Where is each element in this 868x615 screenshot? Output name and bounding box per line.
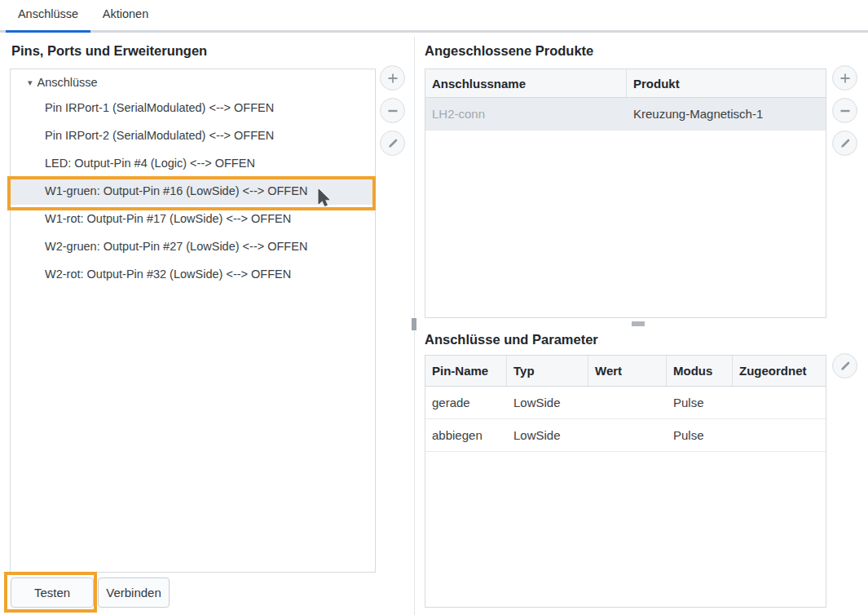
edit-product-button[interactable]: [832, 131, 857, 156]
pencil-icon: [386, 137, 399, 150]
parameters-table-header: Pin-Name Typ Wert Modus Zugeordnet: [425, 356, 826, 387]
tree-item[interactable]: W2-rot: Output-Pin #32 (LowSide) <--> OF…: [11, 260, 375, 288]
cell-wert: [588, 387, 667, 418]
table-row[interactable]: geradeLowSidePulse: [425, 387, 826, 419]
column-header-wert[interactable]: Wert: [588, 356, 667, 386]
table-row[interactable]: abbiegenLowSidePulse: [425, 419, 826, 452]
products-table: Anschlussname Produkt LH2-connKreuzung-M…: [425, 69, 826, 318]
tree-root-anschluesse[interactable]: ▾Anschlüsse: [11, 71, 375, 94]
horizontal-splitter-handle[interactable]: [632, 321, 645, 326]
cell-produkt: Kreuzung-Magnetisch-1: [627, 98, 826, 130]
testen-button[interactable]: Testen: [11, 577, 94, 608]
cell-typ: LowSide: [507, 387, 588, 418]
tree-item[interactable]: W1-gruen: Output-Pin #16 (LowSide) <--> …: [11, 177, 375, 205]
add-product-button[interactable]: [832, 65, 857, 91]
app-window: Anschlüsse Aktionen Pins, Ports und Erwe…: [0, 0, 868, 615]
tree-root-label: Anschlüsse: [37, 76, 98, 89]
chevron-down-icon[interactable]: ▾: [28, 71, 33, 94]
tab-anschluesse[interactable]: Anschlüsse: [6, 0, 90, 30]
tree-item[interactable]: W1-rot: Output-Pin #17 (LowSide) <--> OF…: [11, 205, 375, 232]
column-header-pin-name[interactable]: Pin-Name: [425, 356, 507, 386]
column-header-zugeordnet[interactable]: Zugeordnet: [733, 356, 826, 386]
active-tab-indicator: [6, 30, 90, 33]
minus-icon: [839, 104, 852, 117]
tree-item[interactable]: Pin IRPort-2 (SerialModulated) <--> OFFE…: [11, 122, 375, 149]
table-row[interactable]: LH2-connKreuzung-Magnetisch-1: [425, 98, 826, 131]
vertical-splitter-handle[interactable]: [412, 318, 416, 330]
parameters-table: Pin-Name Typ Wert Modus Zugeordnet gerad…: [425, 355, 826, 608]
remove-pin-button[interactable]: [380, 98, 405, 123]
tab-aktionen[interactable]: Aktionen: [90, 0, 161, 30]
parameters-panel-title: Anschlüsse und Parameter: [425, 332, 598, 347]
tab-bar-divider: [0, 30, 868, 33]
plus-icon: [839, 72, 852, 85]
cell-pin-name: abbiegen: [425, 419, 507, 451]
cell-pin-name: gerade: [425, 387, 507, 418]
column-header-anschlussname[interactable]: Anschlussname: [425, 69, 627, 97]
plus-icon: [386, 72, 399, 85]
edit-parameter-button[interactable]: [832, 353, 857, 378]
products-panel-title: Angeschlossene Produkte: [425, 43, 593, 59]
tree-item[interactable]: W2-gruen: Output-Pin #27 (LowSide) <--> …: [11, 232, 375, 260]
pins-tree-list: ▾Anschlüsse Pin IRPort-1 (SerialModulate…: [10, 69, 376, 573]
pencil-icon: [839, 137, 852, 150]
column-header-modus[interactable]: Modus: [667, 356, 733, 386]
column-header-typ[interactable]: Typ: [507, 356, 588, 386]
cell-modus: Pulse: [667, 419, 733, 451]
cell-typ: LowSide: [507, 419, 588, 451]
pencil-icon: [839, 360, 852, 373]
cell-modus: Pulse: [667, 387, 733, 418]
minus-icon: [386, 104, 399, 117]
cell-zugeordnet: [733, 419, 826, 451]
cell-anschlussname: LH2-conn: [425, 98, 627, 130]
tree-item[interactable]: LED: Output-Pin #4 (Logic) <--> OFFEN: [11, 149, 375, 177]
left-panel-title: Pins, Ports und Erweiterungen: [11, 43, 207, 59]
column-header-produkt[interactable]: Produkt: [627, 69, 826, 97]
cell-zugeordnet: [733, 387, 826, 418]
remove-product-button[interactable]: [832, 98, 857, 123]
add-pin-button[interactable]: [380, 65, 405, 91]
edit-pin-button[interactable]: [380, 131, 405, 156]
tab-bar: Anschlüsse Aktionen: [0, 0, 868, 33]
cell-wert: [588, 419, 667, 451]
tree-item[interactable]: Pin IRPort-1 (SerialModulated) <--> OFFE…: [11, 94, 375, 122]
verbinden-button[interactable]: Verbinden: [98, 577, 170, 608]
products-table-header: Anschlussname Produkt: [425, 69, 826, 98]
